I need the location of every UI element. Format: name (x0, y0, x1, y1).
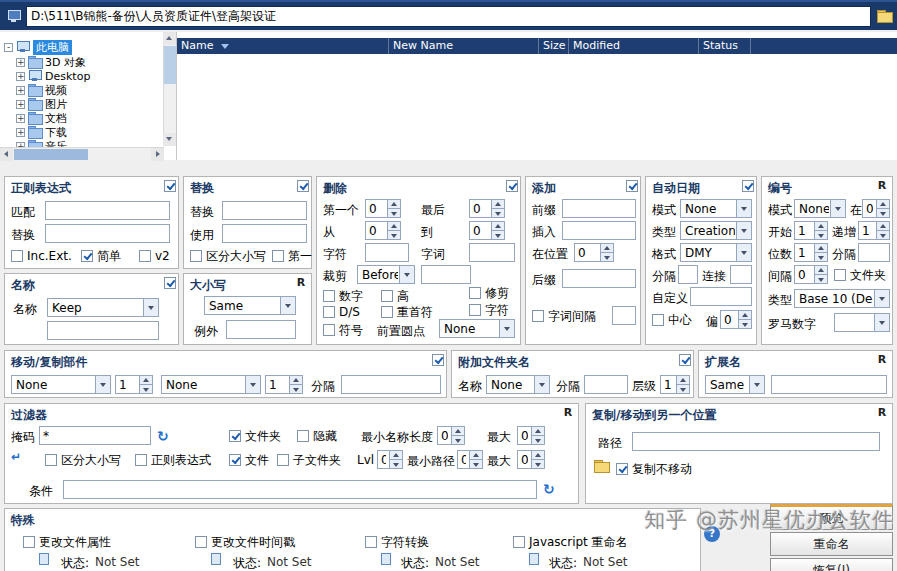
spin-up-icon[interactable] (815, 244, 827, 252)
dropdown-arrow-icon[interactable] (143, 299, 158, 316)
dropdown-arrow-icon[interactable] (736, 222, 751, 239)
center-option[interactable]: 中心 (652, 313, 692, 327)
spin-up-icon[interactable] (470, 451, 482, 459)
word-space-input[interactable] (612, 306, 636, 325)
dropdown-arrow-icon[interactable] (749, 376, 764, 393)
spin-up-icon[interactable] (140, 376, 152, 384)
change-timestamps-checkbox[interactable] (195, 536, 207, 548)
high-checkbox[interactable] (381, 290, 393, 302)
dropdown-arrow-icon[interactable] (830, 200, 845, 217)
spinner-input[interactable] (575, 244, 600, 261)
mask-input[interactable] (39, 426, 151, 445)
remove-words-input[interactable] (469, 243, 515, 262)
spinner-input[interactable] (795, 266, 814, 283)
expand-icon[interactable]: + (16, 86, 25, 95)
scroll-right-icon[interactable] (151, 148, 164, 161)
spin-down-icon[interactable] (492, 208, 504, 217)
pad-spinner[interactable] (794, 243, 828, 262)
crop-text-input[interactable] (421, 265, 471, 284)
min-name-length-spinner[interactable] (437, 426, 465, 445)
spinner-input[interactable] (366, 200, 387, 217)
max-name-length-spinner[interactable] (517, 426, 545, 445)
start-spinner[interactable] (794, 221, 828, 240)
regex-match-input[interactable] (45, 201, 170, 220)
tree-item-label[interactable]: 视频 (45, 83, 67, 98)
tree-horizontal-scrollbar[interactable] (0, 147, 164, 160)
digits-checkbox[interactable] (323, 290, 335, 302)
spin-down-icon[interactable] (388, 208, 400, 217)
spin-up-icon[interactable] (601, 244, 613, 252)
spin-up-icon[interactable] (388, 222, 400, 230)
move-separator-input[interactable] (341, 375, 441, 394)
add-enable-checkbox[interactable] (506, 180, 518, 192)
remove-first-spinner[interactable] (365, 199, 401, 218)
extension-reset-button[interactable]: R (875, 353, 889, 367)
spin-down-icon[interactable] (877, 208, 889, 217)
date-segment-input[interactable] (730, 265, 752, 284)
scroll-left-icon[interactable] (0, 148, 13, 161)
dropdown-arrow-icon[interactable] (245, 376, 260, 393)
tree-item-desktop[interactable]: + Desktop (16, 69, 90, 83)
date-separator-input[interactable] (678, 265, 698, 284)
copy-move-reset-button[interactable]: R (875, 406, 889, 420)
filter-regex-checkbox[interactable] (135, 454, 147, 466)
copy-not-move-option[interactable]: 复制不移动 (616, 462, 692, 476)
simple-checkbox[interactable] (81, 250, 93, 262)
sort-arrow-icon[interactable] (221, 44, 229, 49)
dropdown-arrow-icon[interactable] (736, 244, 751, 261)
date-custom-input[interactable] (690, 287, 752, 306)
hidden-checkbox[interactable] (297, 430, 309, 442)
remove-chars-input[interactable] (365, 243, 409, 262)
scroll-up-icon[interactable] (163, 32, 176, 45)
append-folder-enable-checkbox[interactable] (432, 354, 444, 366)
spinner-input[interactable] (458, 451, 469, 468)
include-extension-checkbox[interactable] (11, 250, 23, 262)
numbering-mode-select[interactable]: None (794, 199, 846, 218)
change-attributes-option[interactable]: 更改文件属性 (23, 535, 111, 549)
spin-down-icon[interactable] (470, 459, 482, 468)
spin-up-icon[interactable] (815, 222, 827, 230)
destination-path-input[interactable] (632, 432, 880, 451)
spin-down-icon[interactable] (815, 252, 827, 261)
spin-up-icon[interactable] (532, 451, 544, 459)
column-header-name[interactable]: Name (177, 38, 389, 54)
v2-checkbox[interactable] (139, 250, 151, 262)
replace-with-input[interactable] (222, 224, 307, 243)
spin-down-icon[interactable] (452, 435, 464, 444)
tree-item-label[interactable]: 此电脑 (33, 40, 72, 55)
remove-from-spinner[interactable] (365, 221, 401, 240)
spinner-input[interactable] (470, 222, 491, 239)
character-translation-option[interactable]: 字符转换 (365, 535, 429, 549)
spin-up-icon[interactable] (739, 311, 751, 319)
spinner-input[interactable] (438, 427, 451, 444)
spinner-input[interactable] (518, 427, 531, 444)
scrollbar-thumb[interactable] (164, 46, 176, 84)
trim-checkbox[interactable] (469, 287, 481, 299)
level-spinner[interactable] (377, 450, 403, 469)
tree-vertical-scrollbar[interactable] (163, 32, 176, 146)
spin-up-icon[interactable] (877, 200, 889, 208)
match-case-checkbox[interactable] (190, 250, 202, 262)
spin-down-icon[interactable] (815, 274, 827, 283)
dropdown-arrow-icon[interactable] (280, 297, 295, 314)
refresh-filter-icon[interactable]: ↻ (157, 428, 169, 444)
column-header-modified[interactable]: Modified (569, 38, 699, 54)
min-path-length-spinner[interactable] (457, 450, 483, 469)
remove-to-spinner[interactable] (469, 221, 505, 240)
tree-item-documents[interactable]: + 文档 (16, 111, 67, 125)
condition-input[interactable] (63, 480, 537, 499)
spin-down-icon[interactable] (492, 230, 504, 239)
spinner-input[interactable] (721, 311, 738, 328)
folder-option[interactable]: 文件夹 (834, 268, 886, 282)
crop-mode-select[interactable]: Before (357, 265, 415, 284)
spin-down-icon[interactable] (140, 384, 152, 393)
spin-down-icon[interactable] (739, 319, 751, 328)
case-enable-checkbox[interactable] (164, 277, 176, 289)
spin-down-icon[interactable] (390, 459, 402, 468)
regex-replace-input[interactable] (45, 224, 170, 243)
folder-icon[interactable] (877, 10, 892, 22)
spinner-input[interactable] (518, 451, 531, 468)
column-header-size[interactable]: Size (539, 38, 569, 54)
subfolders-option[interactable]: 子文件夹 (277, 453, 341, 467)
word-space-checkbox[interactable] (532, 310, 544, 322)
